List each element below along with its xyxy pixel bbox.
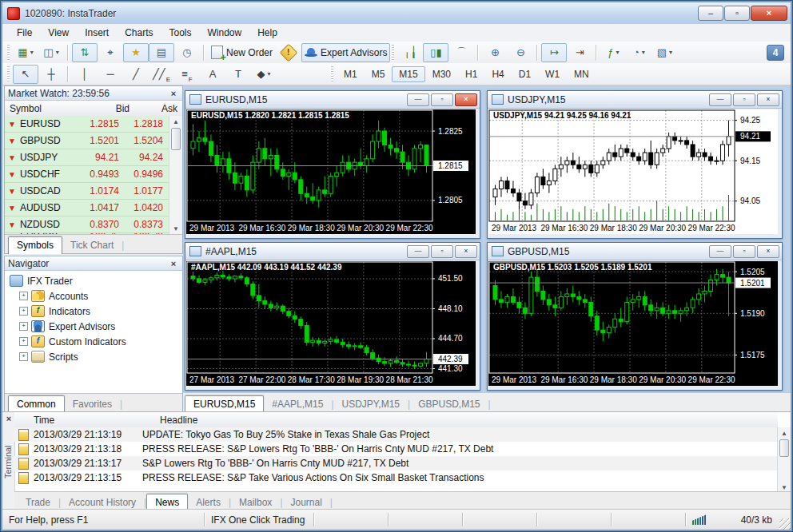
timeframe-w1[interactable]: W1 [538, 66, 567, 82]
close-button[interactable]: × [751, 6, 787, 21]
fibonacci-tool[interactable]: ≡F [174, 65, 200, 84]
tree-item-indicators[interactable]: +fIndicators [19, 304, 182, 319]
chart-tab-gbpusd-m15[interactable]: GBPUSD,M15 [410, 396, 488, 412]
menu-item-window[interactable]: Window [200, 26, 250, 40]
column-ask[interactable]: Ask [134, 103, 182, 114]
price-chart[interactable]: 1.28251.28151.28051.281529 Mar 201329 Ma… [186, 109, 476, 234]
auto-scroll-toggle[interactable]: ↦ [541, 43, 567, 62]
tab-favorites[interactable]: Favorites [65, 396, 120, 412]
timeframe-m1[interactable]: M1 [337, 66, 365, 82]
close-icon[interactable]: × [168, 89, 179, 98]
chevron-down-icon[interactable]: ▾ [30, 50, 34, 56]
timeframe-h4[interactable]: H4 [484, 66, 511, 82]
data-window-toggle[interactable]: ⌖ [98, 43, 123, 62]
close-button[interactable]: × [455, 93, 477, 106]
expert-advisors-button[interactable]: Expert Advisors [301, 43, 390, 62]
market-watch-row[interactable]: ▼EURUSD1.28151.2818 [5, 116, 169, 133]
price-chart[interactable]: 1.52051.51901.51751.520129 Mar 201329 Ma… [488, 261, 778, 386]
resize-grip[interactable] [779, 518, 791, 530]
menu-item-insert[interactable]: Insert [77, 26, 117, 40]
minimize-button[interactable]: – [698, 6, 723, 21]
minimize-button[interactable]: — [407, 93, 429, 106]
bar-chart-button[interactable]: ╷╽ [397, 43, 423, 62]
tab-tick-chart[interactable]: Tick Chart [62, 237, 122, 253]
horizontal-line-tool[interactable]: ─ [98, 65, 123, 84]
timeframe-d1[interactable]: D1 [512, 66, 538, 82]
chart-window-titlebar[interactable]: USDJPY,M15—▫× [488, 91, 782, 109]
tree-root-ifx-trader[interactable]: IFX Trader [10, 273, 182, 288]
timeframe-m15[interactable]: M15 [392, 66, 424, 82]
line-chart-button[interactable]: ⌒ [448, 43, 474, 62]
text-tool[interactable]: A [200, 65, 225, 84]
menu-item-tools[interactable]: Tools [161, 26, 200, 40]
market-watch-row[interactable]: ▼GBPUSD1.52011.5204 [5, 133, 169, 149]
chart-tab-eurusd-m15[interactable]: EURUSD,M15 [185, 395, 264, 413]
candlestick-button[interactable]: ▯▮ [423, 43, 448, 62]
expand-icon[interactable]: + [19, 307, 28, 316]
terminal-toggle[interactable]: ▤ [149, 43, 174, 62]
price-chart[interactable]: 451.50448.10444.70441.30442.3927 Mar 201… [186, 261, 476, 386]
timeframe-m5[interactable]: M5 [365, 66, 393, 82]
notification-badge[interactable]: 4 [767, 45, 784, 61]
navigator-toggle[interactable]: ★ [123, 43, 149, 62]
terminal-tab-journal[interactable]: Journal [283, 494, 330, 510]
close-button[interactable]: × [757, 93, 779, 106]
cursor-tool[interactable]: ↖ [13, 65, 38, 84]
chevron-down-icon[interactable]: ▾ [56, 50, 59, 56]
crosshair-tool[interactable]: ┼ [38, 65, 64, 84]
market-watch-row[interactable]: ▼NZDUSD0.83700.8373 [5, 216, 169, 233]
column-headline[interactable]: Headline [160, 415, 778, 426]
column-time[interactable]: Time [14, 415, 160, 426]
tree-item-custom-indicators[interactable]: +fCustom Indicators [19, 334, 182, 349]
restore-button[interactable]: ▫ [733, 245, 755, 258]
terminal-tab-trade[interactable]: Trade [18, 494, 58, 510]
timeframe-m30[interactable]: M30 [425, 66, 458, 82]
close-button[interactable]: × [757, 245, 779, 258]
timeframe-mn[interactable]: MN [567, 66, 596, 82]
expand-icon[interactable]: + [19, 292, 28, 300]
restore-button[interactable]: ▫ [431, 93, 453, 106]
news-row[interactable]: 2013/03/29 21:13:17S&P Lowers Rtg To 'BB… [14, 456, 778, 470]
expand-icon[interactable]: + [19, 322, 28, 331]
status-mode[interactable]: IFX One Click Trading [205, 513, 314, 526]
chart-window-titlebar[interactable]: GBPUSD,M15—▫× [488, 243, 782, 260]
strategy-tester-toggle[interactable]: ◷ [174, 43, 200, 62]
market-watch-scrollbar[interactable]: ▲ ▼ [169, 116, 182, 234]
market-watch-row[interactable]: ▼USDJPY94.2194.24 [5, 149, 169, 166]
arrows-tool[interactable]: ◆▾ [251, 65, 277, 84]
trendline-tool[interactable]: ╱ [123, 65, 149, 84]
chart-shift-toggle[interactable]: ⇥ [567, 43, 592, 62]
minimize-button[interactable]: — [709, 93, 731, 106]
market-watch-row[interactable]: ▼USDCAD1.01741.0177 [5, 183, 169, 200]
tab-common[interactable]: Common [8, 395, 65, 413]
terminal-tab-alerts[interactable]: Alerts [188, 494, 229, 510]
market-watch-row[interactable]: ▼AUDUSD1.04171.0420 [5, 200, 169, 216]
vertical-line-tool[interactable]: │ [72, 65, 98, 84]
chart-window-titlebar[interactable]: #AAPL,M15—▫× [185, 243, 480, 260]
new-order-button[interactable]: New Order [208, 43, 276, 62]
expand-icon[interactable]: + [19, 352, 28, 361]
column-bid[interactable]: Bid [86, 103, 134, 114]
chart-tab--aapl-m15[interactable]: #AAPL,M15 [264, 396, 331, 412]
chevron-down-icon[interactable]: ▾ [267, 71, 270, 77]
zoom-in-button[interactable]: ⊕ [482, 43, 508, 62]
menu-item-file[interactable]: File [9, 26, 40, 40]
zoom-out-button[interactable]: ⊖ [508, 43, 533, 62]
templates-button[interactable]: ▧▾ [652, 43, 677, 62]
maximize-button[interactable]: ▫ [724, 6, 750, 21]
restore-button[interactable]: ▫ [431, 245, 453, 258]
minimize-button[interactable]: — [709, 245, 731, 258]
profiles-button[interactable]: ◫▾ [38, 43, 64, 62]
indicators-button[interactable]: ƒ▾ [600, 43, 626, 62]
column-symbol[interactable]: Symbol [5, 103, 86, 114]
chevron-down-icon[interactable]: ▾ [642, 50, 645, 56]
terminal-tab-account-history[interactable]: Account History [61, 494, 144, 510]
market-watch-row[interactable]: ▼USDCHF0.94930.9496 [5, 166, 169, 183]
new-chart-button[interactable]: ▦▾ [13, 43, 38, 62]
tree-item-expert-advisors[interactable]: +Expert Advisors [19, 319, 182, 334]
close-icon[interactable]: × [3, 414, 14, 423]
chart-tab-usdjpy-m15[interactable]: USDJPY,M15 [334, 396, 408, 412]
periods-button[interactable]: ◔▾ [626, 43, 652, 62]
chevron-down-icon[interactable]: ▾ [616, 50, 620, 56]
market-watch-toggle[interactable]: ⇅ [72, 43, 98, 62]
